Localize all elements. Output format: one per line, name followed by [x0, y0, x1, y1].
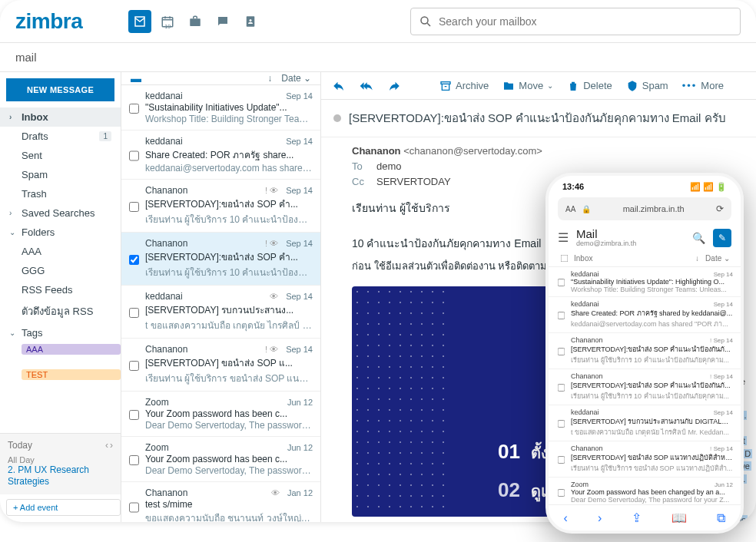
calendar-app-icon[interactable]: 19	[156, 10, 179, 33]
phone-message-row[interactable]: keddanai Sep 14 Share Created: POR ภาครั…	[549, 297, 741, 333]
sidebar-trash[interactable]: Trash	[0, 184, 121, 203]
from-name: Chananon	[352, 145, 401, 157]
message-checkbox[interactable]	[129, 93, 139, 124]
phone-subject: [SERVERTODAY] ขอนำส่ง SOP แนวทางปฏิบัติส…	[571, 452, 733, 463]
phone-message-checkbox[interactable]	[558, 342, 565, 362]
phone-message-checkbox[interactable]	[558, 378, 565, 398]
reply-all-icon[interactable]	[360, 79, 373, 93]
message-toolbar: Archive Move ⌄ Delete Spam •••More	[321, 72, 756, 100]
phone-message-row[interactable]: Chananon! Sep 14 [SERVERTODAY]:ขอนำส่ง S…	[549, 333, 741, 369]
refresh-icon[interactable]: ⟳	[716, 203, 724, 214]
sort-arrow-icon[interactable]: ↓	[267, 73, 272, 84]
sidebar-sent[interactable]: Sent	[0, 146, 121, 165]
message-preview: เรียนท่าน ผู้ใช้บริการ 10 คำแนะนำป้องกัน…	[145, 212, 313, 226]
forward-icon[interactable]: ›	[598, 511, 602, 525]
move-button[interactable]: Move ⌄	[502, 80, 553, 92]
delete-button[interactable]: Delete	[567, 80, 612, 92]
bookmarks-icon[interactable]: 📖	[671, 511, 687, 525]
sidebar-inbox[interactable]: ›Inbox	[0, 107, 121, 127]
menu-icon[interactable]: ☰	[558, 230, 569, 245]
search-box[interactable]	[410, 8, 741, 35]
message-row[interactable]: Chananon ! 👁Sep 14 [SERVERTODAY] ขอนำส่ง…	[121, 339, 320, 392]
share-icon[interactable]: ⇪	[632, 511, 642, 525]
phone-url-bar[interactable]: AA 🔒 mail.zimbra.in.th ⟳	[558, 197, 731, 220]
sort-by[interactable]: Date ⌄	[281, 73, 311, 84]
message-subject: test s/mime	[145, 499, 313, 510]
message-checkbox[interactable]	[129, 293, 139, 332]
sidebar-drafts[interactable]: Drafts1	[0, 127, 121, 146]
phone-message-row[interactable]: Chananon! Sep 14 [SERVERTODAY] ขอนำส่ง S…	[549, 441, 741, 478]
message-checkbox[interactable]	[129, 445, 139, 476]
sidebar-folders[interactable]: ⌄Folders	[0, 223, 121, 242]
phone-message-checkbox[interactable]	[558, 414, 565, 435]
tag-aaa[interactable]: AAA	[22, 344, 121, 355]
tabs-icon[interactable]: ⧉	[717, 511, 725, 525]
calendar-event[interactable]: 2. PM UX Research Strategies	[8, 464, 113, 488]
phone-message-row[interactable]: keddanai Sep 14 "Sustainability Initiati…	[549, 267, 741, 297]
message-row[interactable]: Zoom Jun 12 Your Zoom password has been …	[121, 392, 320, 437]
sender: Zoom	[145, 397, 169, 408]
back-icon[interactable]: ‹	[564, 511, 568, 525]
phone-select-all[interactable]	[561, 255, 569, 263]
phone-date-sort[interactable]: Date ⌄	[705, 254, 730, 263]
message-checkbox[interactable]	[129, 240, 139, 279]
archive-button[interactable]: Archive	[439, 80, 489, 92]
phone-message-row[interactable]: Chananon! Sep 14 [SERVERTODAY]:ขอนำส่ง S…	[549, 369, 741, 405]
svg-rect-1	[191, 18, 201, 26]
message-list: ▬ ↓ Date ⌄ keddanai Sep 14 "Sustainabili…	[121, 72, 321, 522]
cal-next-icon[interactable]: ›	[110, 440, 113, 451]
chat-app-icon[interactable]	[211, 10, 234, 33]
sidebar-folder-rss-th[interactable]: ตัวดึงข้อมูล RSS	[0, 299, 121, 323]
message-checkbox[interactable]	[129, 138, 139, 174]
message-row[interactable]: Chananon ! 👁Sep 14 [SERVERTODAY]:ขอนำส่ง…	[121, 180, 320, 233]
forward-icon[interactable]	[387, 79, 401, 93]
phone-message-checkbox[interactable]	[558, 306, 565, 326]
message-checkbox[interactable]	[129, 399, 139, 431]
tag-test[interactable]: TEST	[22, 369, 121, 380]
sidebar-saved-searches[interactable]: ›Saved Searches	[0, 203, 121, 223]
message-row[interactable]: keddanai 👁Sep 14 [SERVERTODAY] รบกวนประส…	[121, 286, 320, 339]
sidebar-spam[interactable]: Spam	[0, 165, 121, 184]
phone-message-row[interactable]: Zoom Jun 12 Your Zoom password has been …	[549, 478, 741, 504]
message-checkbox[interactable]	[129, 346, 139, 385]
read-status-icon	[333, 114, 341, 122]
phone-message-row[interactable]: keddanai Sep 14 [SERVERTODAY] รบกวนประสา…	[549, 405, 741, 441]
phone-message-checkbox[interactable]	[558, 275, 565, 291]
mini-calendar: Today ‹› All Day 2. PM UX Research Strat…	[0, 433, 121, 494]
sidebar-folder-ggg[interactable]: GGG	[0, 261, 121, 280]
compose-icon[interactable]: ✎	[713, 229, 731, 247]
sidebar-folder-rss[interactable]: RSS Feeds	[0, 280, 121, 299]
message-row[interactable]: Chananon 👁Jan 12 test s/mime ขอแสดงความน…	[121, 482, 320, 522]
sort-icon[interactable]: ↓	[695, 254, 699, 263]
collapse-all-icon[interactable]: ▬	[131, 72, 141, 84]
spam-button[interactable]: Spam	[626, 80, 668, 92]
mail-app-icon[interactable]	[128, 10, 151, 33]
phone-message-checkbox[interactable]	[558, 450, 565, 471]
new-message-button[interactable]: NEW MESSAGE	[6, 78, 114, 101]
subject-row: [SERVERTODAY]:ขอนำส่ง SOP คำแนะนำป้องกัน…	[321, 100, 756, 137]
message-preview: keddanai@servertoday.com has shared "PO.…	[145, 163, 313, 174]
message-row[interactable]: keddanai Sep 14 "Sustainability Initiati…	[121, 85, 320, 131]
message-row[interactable]: Zoom Jun 12 Your Zoom password has been …	[121, 437, 320, 482]
sidebar-tags[interactable]: ⌄Tags	[0, 323, 121, 342]
sender: Chananon	[145, 487, 187, 498]
sidebar-folder-aaa[interactable]: AAA	[0, 242, 121, 261]
more-button[interactable]: •••More	[682, 80, 724, 91]
phone-message-checkbox[interactable]	[558, 485, 565, 501]
search-icon[interactable]: 🔍	[692, 232, 705, 244]
message-checkbox[interactable]	[129, 187, 139, 226]
message-subject: [SERVERTODAY]:ขอนำส่ง SOP คำ...	[145, 197, 313, 211]
text-size-icon[interactable]: AA	[565, 205, 575, 213]
phone-preview: เรียนท่าน ผู้ใช้บริการ 10 คำแนะนำป้องกัน…	[571, 391, 733, 402]
add-event-button[interactable]: + Add event	[6, 499, 121, 516]
search-input[interactable]	[439, 15, 732, 28]
briefcase-app-icon[interactable]	[184, 10, 207, 33]
message-checkbox[interactable]	[129, 490, 139, 522]
sender: Chananon	[145, 344, 187, 355]
message-row[interactable]: Chananon ! 👁Sep 14 [SERVERTODAY]:ขอนำส่ง…	[121, 233, 320, 286]
contacts-app-icon[interactable]	[239, 10, 262, 33]
message-row[interactable]: keddanai Sep 14 Share Created: POR ภาครั…	[121, 131, 320, 180]
reply-icon[interactable]	[332, 79, 346, 93]
message-date: Jun 12	[287, 443, 313, 452]
cal-prev-icon[interactable]: ‹	[105, 440, 108, 451]
